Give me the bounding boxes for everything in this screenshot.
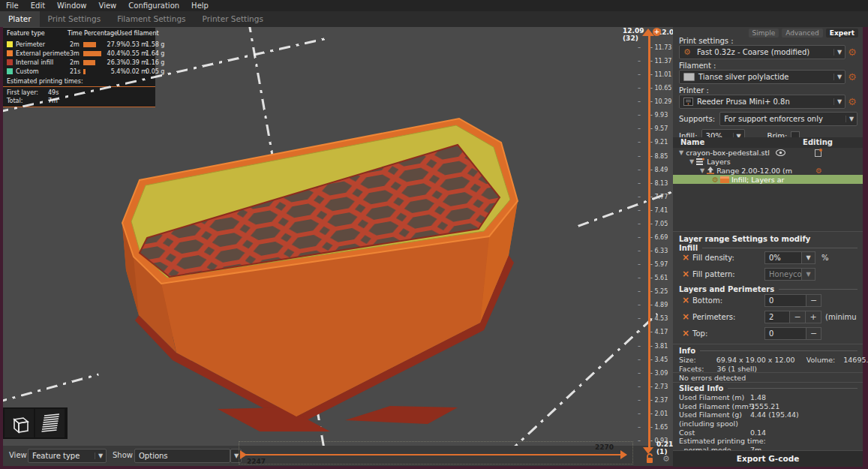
printer-value: Reeder Prusa Mini+ 0.8n: [693, 98, 833, 106]
layer-tick: –4.89: [638, 302, 673, 309]
top-input[interactable]: 0: [764, 327, 806, 340]
perimeters-label: Perimeters:: [692, 313, 754, 321]
sliced-info-key: (including spool): [679, 419, 750, 428]
mode-advanced[interactable]: Advanced: [782, 29, 822, 38]
sliced-info-row: Used Filament (g)4.44 (195.44): [679, 410, 857, 419]
sliced-info-key: Cost: [679, 428, 750, 437]
supports-value: For support enforcers only: [720, 115, 845, 123]
layer-slider-bottom-label: 0.21 (1): [656, 440, 673, 455]
range-settings-gear-icon[interactable]: ⚙: [815, 167, 822, 175]
tree-header: Name Editing: [673, 137, 863, 148]
filament-edit-gear-icon[interactable]: ⚙: [848, 72, 857, 83]
tree-row-range[interactable]: ▼ Range 2.00-12.00 (m ⚙: [673, 166, 863, 175]
feature-percentage: 26.3%: [106, 59, 126, 66]
editor-view-button[interactable]: [5, 409, 34, 437]
feature-legend: Feature type Time Percentage Used filame…: [3, 28, 155, 107]
layer-tick: –4.17: [638, 329, 673, 336]
add-color-change-icon[interactable]: +: [653, 28, 661, 36]
top-label: Top:: [692, 329, 754, 338]
bottom-input[interactable]: 0: [764, 294, 806, 307]
sliced-info-row: Cost0.14: [679, 428, 857, 437]
tab-printer-settings[interactable]: Printer Settings: [194, 11, 272, 27]
move-slider[interactable]: [242, 454, 626, 455]
fill-density-dropdown[interactable]: ▼: [802, 251, 815, 264]
prusaslicer-window: { "menu": { "items": ["File","Edit","Win…: [0, 0, 868, 469]
tab-print-settings[interactable]: Print Settings: [40, 11, 110, 27]
tree-row-infill-modifier[interactable]: ⚙ Infill; Layers ar: [673, 175, 863, 184]
eye-icon[interactable]: [776, 149, 785, 156]
menu-view[interactable]: View: [93, 0, 123, 11]
printer-select[interactable]: Reeder Prusa Mini+ 0.8n ▼: [679, 95, 845, 109]
caret-down-icon[interactable]: ▼: [679, 149, 683, 156]
volume-label: Volume:: [806, 356, 836, 364]
feature-length: 0.02 m: [126, 68, 146, 75]
tree-range-label: Range 2.00-12.00 (m: [716, 167, 792, 175]
print-settings-label: Print settings :: [679, 37, 734, 45]
top-decrement[interactable]: −: [806, 327, 821, 340]
layer-tick: –2.37: [638, 397, 673, 404]
view-type-select[interactable]: Feature type ▼: [28, 449, 107, 463]
first-layer-value: 49s: [48, 89, 59, 96]
filament-select[interactable]: Tianse silver polylactide ▼: [679, 70, 845, 84]
menu-edit[interactable]: Edit: [25, 0, 51, 11]
perimeters-decrement[interactable]: −: [790, 311, 806, 323]
move-slider-left-handle[interactable]: [240, 450, 247, 459]
supports-select[interactable]: For support enforcers only ▼: [719, 112, 857, 126]
printer-edit-gear-icon[interactable]: ⚙: [848, 97, 857, 107]
bottom-decrement[interactable]: −: [806, 294, 821, 307]
feature-name: Internal infill: [16, 59, 70, 66]
legend-rows: Perimeter2m27.9%0.53 m1.58 gExternal per…: [3, 40, 155, 76]
fill-pattern-input[interactable]: Honeycomb: [764, 268, 802, 281]
tree-object-label: crayon-box-pedestal.stl: [686, 149, 770, 157]
print-settings-select[interactable]: ⚙ Fast 0.32z - Coarse (modified) ▼: [679, 45, 845, 59]
delete-option-icon[interactable]: ×: [682, 328, 692, 338]
info-title: Info: [679, 347, 857, 355]
fill-density-input[interactable]: 0%: [764, 251, 802, 264]
tab-filament-settings[interactable]: Filament Settings: [109, 11, 194, 27]
menu-help[interactable]: Help: [185, 0, 215, 11]
3d-viewport[interactable]: Feature type Time Percentage Used filame…: [3, 27, 673, 466]
show-options-select[interactable]: Options: [134, 449, 230, 463]
menu-configuration[interactable]: Configuration: [122, 0, 185, 11]
delete-option-icon[interactable]: ×: [682, 311, 692, 322]
move-slider-right-handle[interactable]: [620, 450, 627, 459]
feature-time: 2m: [70, 41, 83, 48]
feature-time: 2m: [70, 59, 83, 66]
edit-object-icon[interactable]: [815, 149, 822, 157]
caret-down-icon[interactable]: ▼: [689, 158, 694, 165]
tree-row-object[interactable]: ▼ crayon-box-pedestal.stl: [673, 148, 863, 157]
delete-option-icon[interactable]: ×: [682, 252, 692, 263]
menu-file[interactable]: File: [0, 0, 25, 11]
chevron-down-icon: ▼: [95, 452, 106, 459]
sliced-info-row: Used Filament (m)1.48: [679, 393, 857, 402]
layer-tick: –8.13: [638, 180, 673, 188]
perimeters-increment[interactable]: +: [806, 311, 821, 323]
modifier-gear-icon: ⚙: [712, 176, 719, 184]
lock-icon[interactable]: [645, 453, 654, 464]
preview-view-button[interactable]: [35, 409, 65, 437]
tree-row-layers[interactable]: ▼ Layers: [673, 157, 863, 166]
slider-settings-gear-icon[interactable]: ⚙: [662, 455, 670, 463]
export-gcode-button[interactable]: Export G-code: [673, 450, 863, 467]
feature-name: External perimeter: [16, 50, 70, 57]
print-settings-edit-gear-icon[interactable]: ⚙: [848, 47, 857, 58]
layer-tick: –3.09: [638, 370, 673, 377]
delete-option-icon[interactable]: ×: [682, 295, 692, 305]
cube-icon: [8, 412, 31, 434]
caret-down-icon[interactable]: ▼: [700, 167, 704, 174]
tab-plater[interactable]: Plater: [0, 11, 40, 27]
legend-row: Custom21s5.4%0.02 m0.05 g: [3, 67, 155, 76]
sliced-info-key: Estimated printing time:: [679, 437, 750, 445]
sliced-info-value: 0.14: [750, 428, 766, 437]
mode-simple[interactable]: Simple: [749, 29, 779, 38]
mode-expert[interactable]: Expert: [826, 29, 858, 38]
menu-window[interactable]: Window: [51, 0, 92, 11]
volume-value: 14695.51: [843, 356, 868, 364]
perimeters-input[interactable]: 2: [764, 311, 790, 323]
view-mode-buttons: [3, 407, 68, 439]
bed-line: [3, 374, 99, 404]
delete-option-icon[interactable]: ×: [682, 269, 692, 279]
fill-pattern-dropdown[interactable]: ▼: [802, 268, 815, 281]
layer-tick: –2.01: [638, 410, 673, 418]
sliced-info-row: (including spool): [679, 419, 857, 428]
